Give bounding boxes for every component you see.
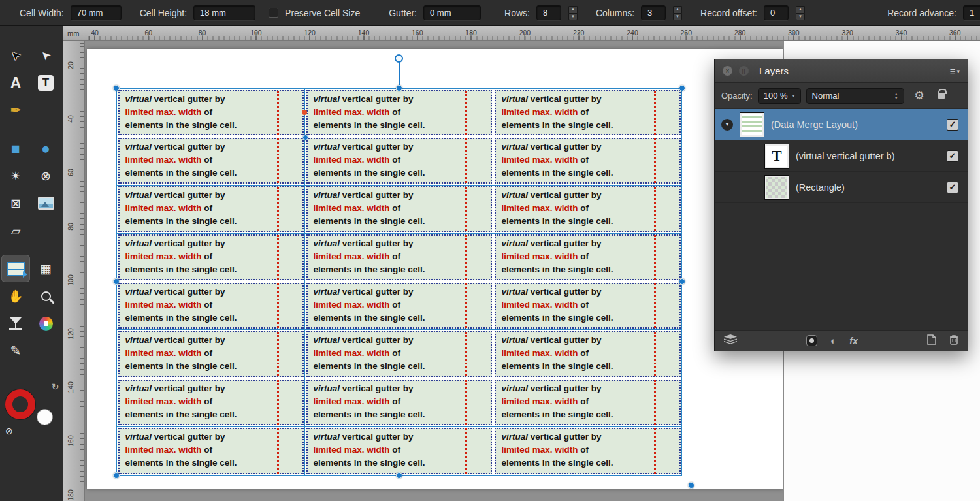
merge-cell[interactable]: virtual vertical gutter by limited max. … <box>305 89 493 137</box>
merge-cell-frame[interactable]: virtual vertical gutter by limited max. … <box>118 90 304 136</box>
layer-visibility-checkbox[interactable]: ✓ <box>947 150 958 162</box>
rows-input[interactable]: 8 <box>536 5 561 20</box>
zoom-tool[interactable] <box>31 282 60 310</box>
merge-cell-frame[interactable]: virtual vertical gutter by limited max. … <box>118 428 304 474</box>
stepper-up-icon[interactable]: ▲ <box>568 6 578 13</box>
merge-cell-frame[interactable]: virtual vertical gutter by limited max. … <box>495 331 681 377</box>
layer-thumbnail[interactable] <box>764 175 789 200</box>
vertical-ruler[interactable]: 20406080100120140160180 <box>63 41 85 501</box>
merge-cell-frame[interactable]: virtual vertical gutter by limited max. … <box>118 331 304 377</box>
layer-settings-gear-icon[interactable]: ⚙ <box>915 89 924 103</box>
panel-close-button[interactable]: × <box>723 66 732 76</box>
merge-cell-frame[interactable]: virtual vertical gutter by limited max. … <box>306 186 492 232</box>
lock-icon[interactable] <box>938 93 945 99</box>
layer-thumbnail[interactable] <box>740 112 764 137</box>
picture-frame-tool[interactable] <box>31 189 60 217</box>
data-merge-grid[interactable]: virtual vertical gutter by limited max. … <box>116 88 682 476</box>
merge-cell[interactable]: virtual vertical gutter by limited max. … <box>117 186 305 234</box>
star-tool[interactable]: ✴ <box>1 162 30 189</box>
merge-cell[interactable]: virtual vertical gutter by limited max. … <box>117 282 305 331</box>
merge-cell[interactable]: virtual vertical gutter by limited max. … <box>117 137 305 186</box>
stepper-down-icon[interactable]: ▼ <box>673 13 682 20</box>
rows-stepper[interactable]: ▲▼ <box>568 6 578 20</box>
selection-handle-bottom-center[interactable] <box>396 472 402 479</box>
merge-cell-frame[interactable]: virtual vertical gutter by limited max. … <box>118 138 304 184</box>
merge-cell-frame[interactable]: virtual vertical gutter by limited max. … <box>495 186 681 232</box>
merge-cell[interactable]: virtual vertical gutter by limited max. … <box>493 282 681 331</box>
gutter-input[interactable]: 0 mm <box>423 5 481 20</box>
rectangle-tool[interactable]: ■ <box>1 135 30 162</box>
merge-cell-frame[interactable]: virtual vertical gutter by limited max. … <box>306 234 492 280</box>
horizontal-ruler[interactable]: mm 4060801001201401601802002202402602803… <box>63 26 980 41</box>
layer-row[interactable]: ▼ (virtual vertical gutter b) ✓ <box>715 140 968 172</box>
merge-cell-frame[interactable]: virtual vertical gutter by limited max. … <box>495 283 681 329</box>
merge-cell-frame[interactable]: virtual vertical gutter by limited max. … <box>118 186 304 232</box>
record-offset-input[interactable]: 0 <box>764 5 789 20</box>
opacity-select[interactable]: 100 % ▾ <box>758 88 801 104</box>
blend-mode-select[interactable]: Normal ▲▼ <box>806 88 904 104</box>
stepper-up-icon[interactable]: ▲ <box>796 6 805 13</box>
stepper-down-icon[interactable]: ▼ <box>796 13 805 20</box>
merge-cell[interactable]: virtual vertical gutter by limited max. … <box>493 427 681 475</box>
layer-visibility-checkbox[interactable]: ✓ <box>947 119 958 131</box>
preserve-cell-size-checkbox[interactable] <box>269 8 278 18</box>
selection-handle-top-center[interactable] <box>396 85 402 91</box>
view-tool[interactable]: ✋ <box>1 282 30 310</box>
merge-cell-frame[interactable]: virtual vertical gutter by limited max. … <box>495 138 681 184</box>
ellipse-tool[interactable]: ● <box>31 135 60 162</box>
merge-cell-frame[interactable]: virtual vertical gutter by limited max. … <box>495 90 681 136</box>
layer-row[interactable]: ▼ (Rectangle) ✓ <box>715 172 968 203</box>
merge-cell[interactable]: virtual vertical gutter by limited max. … <box>117 378 305 427</box>
merge-cell-frame[interactable]: virtual vertical gutter by limited max. … <box>118 234 304 280</box>
cell-width-input[interactable]: 70 mm <box>71 5 122 20</box>
merge-cell-frame[interactable]: virtual vertical gutter by limited max. … <box>306 138 492 184</box>
merge-cell-frame[interactable]: virtual vertical gutter by limited max. … <box>306 428 492 474</box>
merge-cell[interactable]: virtual vertical gutter by limited max. … <box>493 330 681 378</box>
panel-collapse-button[interactable]: || <box>739 66 749 76</box>
columns-stepper[interactable]: ▲▼ <box>673 6 682 20</box>
stroke-color-swatch[interactable] <box>5 389 35 419</box>
selection-handle-middle-left[interactable] <box>113 278 120 285</box>
gradient-tool[interactable]: ⊠ <box>1 189 30 217</box>
stepper-down-icon[interactable]: ▼ <box>568 13 578 20</box>
merge-cell[interactable]: virtual vertical gutter by limited max. … <box>305 427 493 475</box>
merge-cell-frame[interactable]: virtual vertical gutter by limited max. … <box>306 380 492 425</box>
mask-icon[interactable]: ◐ <box>830 335 836 346</box>
columns-input[interactable]: 3 <box>641 5 666 20</box>
node-tool[interactable]: ➤ <box>31 42 60 69</box>
color-picker-tool[interactable]: ✎ <box>1 337 30 364</box>
merge-cell[interactable]: virtual vertical gutter by limited max. … <box>305 137 493 186</box>
artistic-text-tool[interactable]: A <box>1 69 30 97</box>
fx-button[interactable]: fx <box>849 336 857 346</box>
record-offset-stepper[interactable]: ▲▼ <box>796 6 805 20</box>
merge-cell-frame[interactable]: virtual vertical gutter by limited max. … <box>495 380 681 425</box>
color-wheel-tool[interactable] <box>31 310 60 337</box>
content-origin-marker[interactable] <box>302 110 307 115</box>
selection-handle-middle-right[interactable] <box>679 278 685 285</box>
cell-height-input[interactable]: 18 mm <box>193 5 255 20</box>
selection-handle-bottom-left[interactable] <box>113 472 120 479</box>
selection-handle-top-left[interactable] <box>113 85 120 91</box>
adjustment-icon[interactable] <box>806 335 817 346</box>
pen-tool[interactable]: ✒ <box>1 97 30 124</box>
merge-cell[interactable]: virtual vertical gutter by limited max. … <box>493 186 681 234</box>
merge-cell[interactable]: virtual vertical gutter by limited max. … <box>493 378 681 427</box>
merge-cell-frame[interactable]: virtual vertical gutter by limited max. … <box>495 428 681 474</box>
layer-thumbnail[interactable] <box>764 144 789 169</box>
layer-row[interactable]: ▼ (Data Merge Layout) ✓ <box>715 109 968 140</box>
merge-cell[interactable]: virtual vertical gutter by limited max. … <box>305 282 493 331</box>
record-advance-input[interactable]: 1 <box>963 5 980 20</box>
merge-cell[interactable]: virtual vertical gutter by limited max. … <box>117 330 305 378</box>
move-tool[interactable]: ➤ <box>1 42 30 69</box>
merge-cell-frame[interactable]: virtual vertical gutter by limited max. … <box>495 234 681 280</box>
selection-handle-bottom-right[interactable] <box>688 482 694 489</box>
swap-colors-icon[interactable]: ↺ <box>52 381 59 392</box>
merge-cell[interactable]: virtual vertical gutter by limited max. … <box>305 330 493 378</box>
merge-cell-frame[interactable]: virtual vertical gutter by limited max. … <box>118 283 304 329</box>
color-sampler-tool[interactable] <box>1 310 30 337</box>
fill-color-swatch[interactable] <box>37 409 53 425</box>
stepper-up-icon[interactable]: ▲ <box>673 6 682 13</box>
cell-node-handle[interactable] <box>302 135 308 140</box>
vector-crop-tool[interactable]: ▱ <box>1 217 30 244</box>
table-tool[interactable]: ▦ <box>31 255 60 282</box>
